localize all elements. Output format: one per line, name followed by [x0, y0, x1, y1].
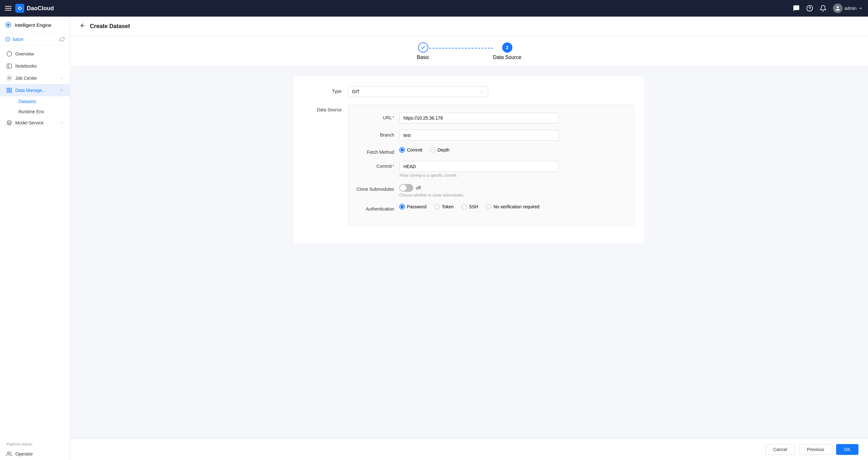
sidebar-item-data-manage[interactable]: Data Manage...	[0, 84, 70, 96]
brand-name: DaoCloud	[27, 5, 54, 12]
svg-rect-14	[10, 91, 11, 92]
ds-row-url: URL*	[356, 113, 627, 123]
clone-submodules-hint: Choose whether to clone submodules	[399, 193, 627, 198]
type-label: Type	[303, 86, 342, 94]
sidebar-item-job-center-label: Job Center	[15, 76, 37, 81]
form-row-type: Type GIT	[303, 86, 635, 97]
svg-rect-13	[10, 88, 11, 90]
fetch-method-depth[interactable]: Depth	[430, 147, 449, 153]
cancel-button[interactable]: Cancel	[765, 444, 795, 455]
svg-rect-9	[7, 64, 11, 68]
overview-icon	[6, 51, 12, 57]
steps-container: Basic 2 Data Source	[70, 36, 868, 67]
sidebar-item-operator-label: Operator	[15, 451, 33, 457]
previous-button[interactable]: Previous	[799, 444, 832, 455]
help-icon[interactable]	[806, 5, 813, 12]
hamburger-menu[interactable]	[5, 6, 11, 10]
commit-radio[interactable]	[399, 147, 405, 153]
svg-point-16	[8, 452, 9, 454]
svg-point-1	[19, 7, 21, 9]
form-card: Type GIT Data Source URL*	[294, 77, 644, 243]
ok-button[interactable]: OK	[836, 444, 859, 455]
auth-password[interactable]: Password	[399, 204, 426, 209]
sidebar-item-datasets-label: Datasets	[19, 99, 36, 104]
url-label: URL*	[356, 113, 394, 120]
step-datasource: 2 Data Source	[493, 42, 521, 60]
ds-row-branch: Branch	[356, 130, 627, 141]
intelligent-engine-icon	[5, 22, 11, 28]
svg-point-6	[7, 24, 9, 26]
clone-submodules-label: Clone Submodules	[356, 184, 394, 192]
token-radio[interactable]	[434, 204, 440, 209]
workspace-icon	[5, 37, 10, 42]
url-input[interactable]	[399, 113, 559, 123]
step-check-icon	[421, 45, 426, 50]
svg-point-11	[9, 78, 10, 79]
svg-rect-12	[7, 88, 9, 90]
form-row-datasource: Data Source URL*	[303, 105, 635, 226]
clone-submodules-toggle[interactable]	[399, 184, 413, 192]
sidebar-item-job-center[interactable]: Job Center	[0, 72, 70, 84]
sidebar-nav: Overview Notebooks Job Center Data Manag…	[0, 45, 70, 439]
sidebar-item-notebooks-label: Notebooks	[15, 63, 37, 68]
depth-radio[interactable]	[430, 147, 436, 153]
ds-row-commit: Commit* Allow cloning to a specific comm…	[356, 161, 627, 178]
branch-input[interactable]	[399, 130, 559, 141]
clone-submodules-control: off Choose whether to clone submodules	[399, 184, 627, 198]
auth-token[interactable]: Token	[434, 204, 454, 209]
model-service-expand-icon	[60, 121, 63, 125]
fetch-method-label: Fetch Method	[356, 147, 394, 155]
type-select[interactable]: GIT	[348, 86, 488, 97]
step-datasource-number: 2	[506, 45, 508, 50]
user-dropdown-icon	[859, 6, 863, 10]
no-verify-radio-label: No verification required	[494, 204, 539, 209]
back-button[interactable]	[80, 22, 86, 30]
user-menu[interactable]: admin	[833, 3, 863, 13]
sidebar-item-operator[interactable]: Operator	[0, 448, 70, 460]
step-datasource-label: Data Source	[493, 55, 521, 60]
step-datasource-circle: 2	[502, 42, 513, 53]
workspace-name: baize	[13, 37, 23, 42]
password-radio[interactable]	[399, 204, 405, 209]
sidebar-module-title: Intelligent Engine	[15, 22, 51, 28]
sidebar-item-overview[interactable]: Overview	[0, 48, 70, 60]
authentication-label: Authentication	[356, 204, 394, 211]
platform-label: Platform Admin	[0, 439, 70, 448]
ds-row-authentication: Authentication Password Token	[356, 204, 627, 211]
chat-icon[interactable]	[793, 5, 800, 12]
sidebar-item-datasets[interactable]: Datasets	[15, 96, 70, 107]
form-area: Type GIT Data Source URL*	[70, 67, 868, 439]
commit-input[interactable]	[399, 161, 559, 172]
sidebar: Intelligent Engine baize Overview Notebo…	[0, 17, 70, 460]
ds-row-clone-submodules: Clone Submodules off Choose whether to c…	[356, 184, 627, 198]
auth-ssh[interactable]: SSH	[461, 204, 478, 209]
svg-rect-15	[7, 91, 9, 92]
branch-control	[399, 130, 627, 141]
data-manage-icon	[6, 87, 12, 93]
clone-submodules-state: off	[416, 185, 421, 191]
sidebar-item-runtime-env-label: Runtime Env	[19, 109, 44, 114]
ds-row-fetch-method: Fetch Method Commit Depth	[356, 147, 627, 155]
bell-icon[interactable]	[819, 5, 827, 12]
fetch-method-commit[interactable]: Commit	[399, 147, 422, 153]
page-title: Create Dataset	[90, 23, 130, 30]
step-basic-label: Basic	[417, 55, 429, 60]
sidebar-item-model-service[interactable]: Model Service	[0, 117, 70, 129]
depth-radio-label: Depth	[437, 147, 449, 152]
type-control: GIT	[348, 86, 635, 97]
step-connector	[429, 48, 493, 49]
branch-label: Branch	[356, 130, 394, 138]
sidebar-item-runtime-env[interactable]: Runtime Env	[15, 107, 70, 117]
footer-actions: Cancel Previous OK	[70, 439, 868, 460]
authentication-control: Password Token SSH	[399, 204, 627, 209]
sidebar-item-notebooks[interactable]: Notebooks	[0, 60, 70, 72]
avatar	[833, 3, 842, 13]
auth-no-verify[interactable]: No verification required	[486, 204, 539, 209]
no-verify-radio[interactable]	[486, 204, 492, 209]
ssh-radio[interactable]	[461, 204, 467, 209]
sidebar-submenu-data-manage: Datasets Runtime Env	[0, 96, 70, 117]
url-control	[399, 113, 627, 123]
datasource-label: Data Source	[303, 105, 342, 112]
svg-point-3	[809, 9, 810, 10]
refresh-icon[interactable]	[60, 37, 65, 42]
